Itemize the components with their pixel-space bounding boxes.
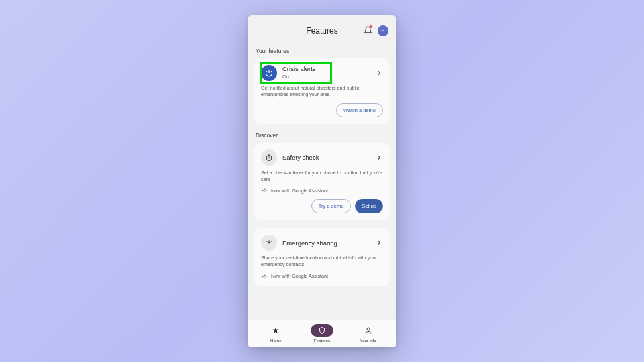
- nav-home-label: Home: [270, 338, 282, 343]
- nav-features[interactable]: Features: [299, 324, 345, 343]
- safety-check-row[interactable]: Safety check: [261, 149, 383, 166]
- emergency-row[interactable]: Emergency sharing: [261, 235, 383, 251]
- chevron-right-icon: [375, 69, 383, 77]
- chevron-right-icon: [375, 154, 383, 162]
- assistant-row: Now with Google Assistant: [261, 187, 383, 194]
- emergency-desc: Share your real-time location and critic…: [261, 255, 383, 267]
- safety-desc: Set a check-in timer for your phone to c…: [261, 170, 383, 182]
- nav-your-info[interactable]: Your info: [345, 324, 391, 343]
- emergency-title: Emergency sharing: [282, 239, 370, 247]
- svg-point-4: [266, 190, 267, 191]
- watch-demo-button[interactable]: Watch a demo: [336, 103, 383, 117]
- nav-home[interactable]: Home: [253, 324, 299, 343]
- svg-point-7: [264, 274, 266, 276]
- safety-check-card: Safety check Set a check-in timer for yo…: [254, 143, 390, 220]
- crisis-title-wrap: Crisis alerts On: [282, 65, 370, 80]
- your-features-label: Your features: [256, 48, 388, 54]
- bottom-nav: Home Features Your info: [248, 319, 396, 347]
- assistant-row: Now with Google Assistant: [261, 273, 383, 280]
- safety-title: Safety check: [282, 154, 370, 161]
- assistant-label: Now with Google Assistant: [271, 273, 328, 279]
- crisis-status: On: [282, 74, 370, 80]
- phone-screen: Features E Your features Crisis alerts O…: [248, 15, 396, 347]
- notification-badge: [370, 25, 372, 28]
- svg-point-10: [367, 328, 370, 330]
- star-icon: [272, 326, 280, 335]
- discover-label: Discover: [256, 132, 388, 139]
- crisis-title: Crisis alerts: [282, 65, 370, 72]
- crisis-alerts-card: Crisis alerts On Get notified about natu…: [254, 58, 390, 124]
- chevron-right-icon: [375, 239, 383, 247]
- power-icon: [261, 65, 277, 81]
- notifications-button[interactable]: [363, 26, 372, 36]
- content-scroll[interactable]: Your features Crisis alerts On Get notif…: [248, 42, 396, 319]
- try-demo-button[interactable]: Try a demo: [311, 199, 352, 213]
- setup-button[interactable]: Set up: [355, 199, 383, 213]
- shield-icon: [318, 326, 326, 335]
- broadcast-icon: [261, 235, 277, 251]
- assistant-icon: [261, 187, 268, 194]
- assistant-label: Now with Google Assistant: [271, 188, 328, 194]
- emergency-sharing-card: Emergency sharing Share your real-time l…: [254, 228, 390, 286]
- crisis-alerts-row[interactable]: Crisis alerts On: [261, 65, 383, 81]
- nav-features-label: Features: [314, 338, 330, 343]
- header-actions: E: [363, 25, 388, 36]
- svg-point-6: [262, 276, 264, 278]
- svg-point-9: [266, 276, 267, 276]
- svg-point-3: [264, 191, 266, 192]
- svg-point-2: [264, 189, 266, 190]
- crisis-desc: Get notified about natural disasters and…: [261, 85, 383, 98]
- person-icon: [364, 326, 372, 335]
- profile-avatar[interactable]: E: [378, 25, 388, 36]
- timer-icon: [261, 149, 277, 166]
- page-title: Features: [306, 26, 337, 36]
- assistant-icon: [261, 273, 268, 280]
- header: Features E: [248, 15, 396, 42]
- svg-point-1: [262, 190, 264, 192]
- nav-your-info-label: Your info: [360, 338, 376, 343]
- svg-point-8: [264, 277, 266, 278]
